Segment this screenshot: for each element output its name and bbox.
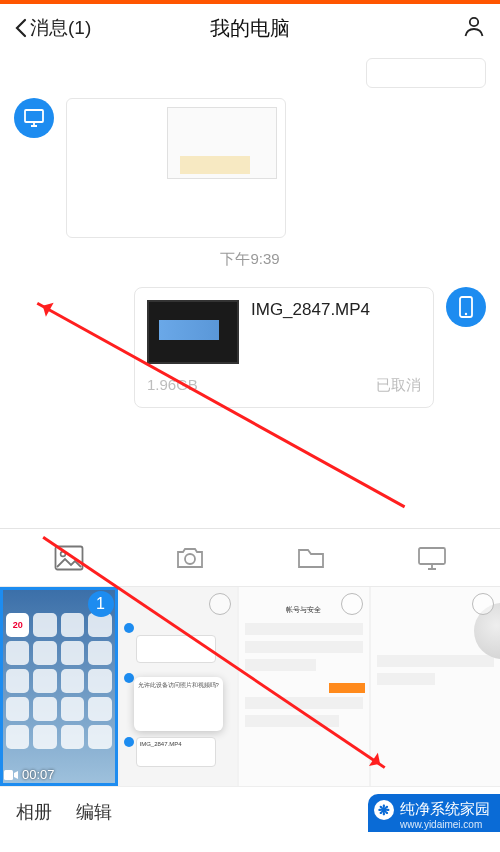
header: 消息(1) 我的电脑: [0, 4, 500, 52]
file-info: IMG_2847.MP4: [251, 300, 421, 364]
timestamp: 下午9:39: [14, 250, 486, 269]
monitor-icon: [23, 108, 45, 128]
video-duration-badge: 00:07: [4, 767, 55, 782]
selected-badge: 1: [88, 591, 114, 617]
message-incoming-screenshot: [14, 98, 486, 238]
album-button[interactable]: 相册: [16, 800, 52, 824]
action-bar: [0, 528, 500, 586]
message-outgoing-prev: [14, 58, 486, 88]
gallery: 1 20 00:07 允许此设备访问照片和视频吗? IMG_2847.MP4 帐…: [0, 586, 500, 786]
page-title: 我的电脑: [210, 15, 290, 42]
svg-rect-4: [55, 546, 82, 569]
permission-popup: 允许此设备访问照片和视频吗?: [134, 677, 224, 731]
chevron-left-icon: [14, 18, 28, 38]
gallery-item[interactable]: 允许此设备访问照片和视频吗? IMG_2847.MP4: [120, 587, 238, 786]
select-circle[interactable]: [472, 593, 494, 615]
svg-rect-7: [419, 548, 445, 564]
profile-button[interactable]: [462, 14, 486, 42]
file-thumbnail: [147, 300, 239, 364]
gallery-item[interactable]: 1 20 00:07: [0, 587, 118, 786]
svg-point-3: [465, 313, 467, 315]
camera-tab[interactable]: [175, 545, 205, 571]
select-circle[interactable]: [341, 593, 363, 615]
svg-rect-8: [4, 770, 13, 780]
edit-button[interactable]: 编辑: [76, 800, 112, 824]
watermark-logo-icon: ❋: [374, 800, 394, 820]
folder-icon: [296, 545, 326, 571]
watermark-title: 纯净系统家园: [400, 800, 490, 817]
file-bubble[interactable]: IMG_2847.MP4 1.96GB 已取消: [134, 287, 434, 408]
back-button[interactable]: 消息(1): [14, 15, 91, 41]
gallery-item[interactable]: [371, 587, 501, 786]
svg-point-5: [60, 551, 65, 556]
svg-point-0: [470, 18, 478, 26]
watermark: ❋ 纯净系统家园 www.yidaimei.com: [368, 794, 500, 832]
calendar-icon: 20: [6, 613, 29, 637]
svg-rect-1: [25, 110, 43, 122]
folder-tab[interactable]: [296, 545, 326, 571]
image-tab[interactable]: [54, 545, 84, 571]
chat-area: 下午9:39 IMG_2847.MP4 1.96GB 已取消: [0, 52, 500, 408]
file-size: 1.96GB: [147, 376, 198, 395]
monitor-icon: [417, 545, 447, 571]
image-icon: [54, 545, 84, 571]
watermark-url: www.yidaimei.com: [400, 819, 490, 830]
phone-icon: [458, 295, 474, 319]
camera-icon: [175, 545, 205, 571]
gallery-item[interactable]: 帐号与安全: [239, 587, 369, 786]
message-bubble[interactable]: [366, 58, 486, 88]
select-circle[interactable]: [209, 593, 231, 615]
videocam-icon: [4, 770, 18, 780]
person-icon: [462, 14, 486, 38]
back-label: 消息(1): [30, 15, 91, 41]
monitor-tab[interactable]: [417, 545, 447, 571]
file-status: 已取消: [376, 376, 421, 395]
message-bubble[interactable]: [66, 98, 286, 238]
file-name: IMG_2847.MP4: [251, 300, 421, 320]
svg-point-6: [185, 554, 195, 564]
pc-avatar[interactable]: [14, 98, 54, 138]
phone-avatar[interactable]: [446, 287, 486, 327]
video-duration: 00:07: [22, 767, 55, 782]
message-outgoing-file: IMG_2847.MP4 1.96GB 已取消: [14, 287, 486, 408]
